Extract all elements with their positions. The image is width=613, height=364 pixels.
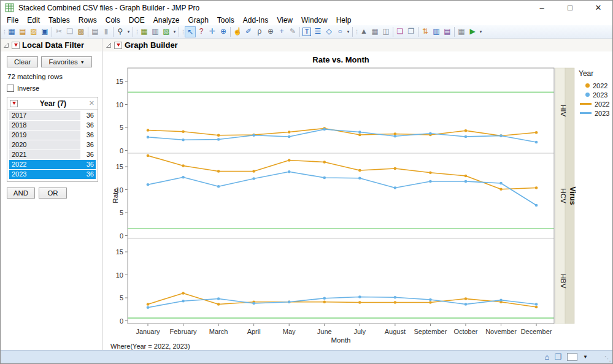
data-point-2023[interactable] — [288, 135, 291, 138]
data-point-2023[interactable] — [394, 296, 397, 299]
columns-icon[interactable]: ▥ — [150, 26, 161, 37]
data-point-2023[interactable] — [323, 128, 326, 131]
toolbar-grip[interactable]: ⋮ — [134, 29, 139, 35]
globe-tool-icon[interactable]: ⊕ — [218, 26, 229, 37]
data-point-2023[interactable] — [323, 297, 326, 300]
close-button[interactable]: ✕ — [584, 1, 612, 15]
menu-graph[interactable]: Graph — [183, 16, 212, 25]
menu-file[interactable]: File — [2, 16, 23, 25]
data-point-2022[interactable] — [217, 134, 220, 137]
filter-level-2019[interactable]: 201936 — [9, 131, 96, 140]
red-triangle-menu-icon[interactable] — [10, 100, 18, 107]
data-point-2022[interactable] — [217, 303, 220, 306]
menu-add-ins[interactable]: Add-Ins — [239, 16, 272, 25]
disclosure-triangle-icon[interactable] — [3, 42, 9, 48]
data-point-2023[interactable] — [394, 186, 397, 189]
overflow-caret-icon[interactable]: ▾ — [126, 29, 131, 34]
menu-analyze[interactable]: Analyze — [149, 16, 184, 25]
data-point-2023[interactable] — [535, 204, 538, 207]
cut-icon[interactable]: ✂ — [53, 26, 64, 37]
data-point-2023[interactable] — [147, 306, 150, 309]
data-point-2022[interactable] — [429, 301, 432, 304]
data-point-2022[interactable] — [358, 169, 361, 172]
data-point-2022[interactable] — [535, 186, 538, 189]
data-point-2022[interactable] — [323, 161, 326, 164]
menu-edit[interactable]: Edit — [23, 16, 44, 25]
status-box[interactable] — [567, 353, 577, 361]
journal-icon[interactable]: ▤ — [90, 26, 101, 37]
data-point-2023[interactable] — [429, 132, 432, 135]
red-triangle-menu-icon[interactable] — [12, 42, 20, 49]
preview-icon[interactable]: ❏ — [395, 26, 406, 37]
toolbar-grip[interactable]: ⋮ — [2, 29, 6, 35]
menu-doe[interactable]: DOE — [125, 16, 149, 25]
arrow-tool-icon[interactable]: ↖ — [185, 26, 196, 37]
data-point-2023[interactable] — [499, 182, 503, 185]
line-tool-icon[interactable]: ☰ — [312, 26, 323, 37]
data-point-2022[interactable] — [147, 303, 150, 306]
data-point-2023[interactable] — [499, 298, 503, 301]
menu-cols[interactable]: Cols — [101, 16, 125, 25]
data-point-2023[interactable] — [358, 295, 361, 298]
and-button[interactable]: AND — [7, 188, 35, 199]
favorites-button[interactable]: Favorites▼ — [41, 56, 91, 67]
graph-panel-icon[interactable]: ◫ — [380, 26, 391, 37]
data-point-2023[interactable] — [465, 180, 468, 183]
add-rows-icon[interactable]: ▧ — [161, 26, 172, 37]
inverse-checkbox[interactable] — [7, 85, 14, 92]
data-point-2023[interactable] — [535, 141, 538, 144]
toolbar-grip[interactable]: ⋮ — [354, 29, 358, 35]
data-point-2023[interactable] — [465, 135, 468, 138]
data-point-2023[interactable] — [394, 135, 397, 138]
data-point-2022[interactable] — [217, 170, 220, 173]
lock-icon[interactable]: ▮ — [101, 26, 112, 37]
data-point-2023[interactable] — [182, 176, 185, 179]
home-icon[interactable]: ⌂ — [545, 353, 550, 362]
graph-canvas[interactable]: Rate vs. MonthVirus051015HIV051015HCV051… — [103, 39, 612, 350]
maximize-button[interactable]: □ — [556, 1, 584, 15]
data-point-2022[interactable] — [182, 164, 185, 167]
data-point-2023[interactable] — [182, 300, 185, 303]
data-point-2022[interactable] — [147, 129, 150, 132]
plot-background[interactable] — [128, 68, 554, 324]
or-button[interactable]: OR — [39, 188, 67, 199]
data-point-2022[interactable] — [499, 188, 503, 191]
data-point-2022[interactable] — [288, 131, 291, 134]
run-script-icon[interactable]: ▶ — [467, 26, 478, 37]
filter-level-2023[interactable]: 202336 — [9, 170, 96, 179]
minimize-button[interactable]: – — [528, 1, 556, 15]
status-caret-icon[interactable]: ▼ — [583, 354, 588, 360]
data-point-2023[interactable] — [217, 138, 220, 141]
crosshair-tool-icon[interactable]: + — [276, 26, 287, 37]
lasso-tool-icon[interactable]: ρ — [254, 26, 265, 37]
overflow-caret-icon[interactable]: ▾ — [478, 29, 484, 34]
menu-rows[interactable]: Rows — [74, 16, 101, 25]
data-point-2023[interactable] — [147, 135, 150, 138]
save-icon[interactable]: ▣ — [39, 26, 50, 37]
legend-entry-2023[interactable]: 2023 — [579, 108, 609, 118]
brush-tool-icon[interactable]: ✐ — [243, 26, 254, 37]
recalc-icon[interactable]: ▦ — [456, 26, 467, 37]
red-triangle-menu-icon[interactable] — [114, 42, 122, 49]
column-switcher-icon[interactable]: ⇅ — [420, 26, 431, 37]
zoom-tool-icon[interactable]: ⊕ — [265, 26, 276, 37]
data-point-2023[interactable] — [182, 138, 185, 142]
search-icon[interactable]: ⚲ — [115, 26, 126, 37]
close-icon[interactable]: ✕ — [88, 99, 95, 107]
new-journal-icon[interactable]: ▤ — [17, 26, 28, 37]
data-point-2022[interactable] — [465, 175, 468, 178]
data-point-2022[interactable] — [535, 131, 538, 134]
oval-tool-icon[interactable]: ○ — [334, 26, 345, 37]
grid-icon[interactable]: ▦ — [369, 26, 380, 37]
data-point-2023[interactable] — [288, 170, 291, 173]
data-point-2023[interactable] — [217, 297, 220, 300]
data-point-2023[interactable] — [358, 131, 361, 134]
data-filter-icon[interactable]: ▥ — [431, 26, 442, 37]
data-point-2023[interactable] — [252, 177, 255, 180]
filter-level-2017[interactable]: 201736 — [9, 111, 96, 120]
data-point-2023[interactable] — [252, 302, 255, 305]
data-point-2022[interactable] — [358, 301, 361, 304]
data-point-2022[interactable] — [288, 159, 291, 162]
data-point-2023[interactable] — [499, 134, 503, 137]
paste-icon[interactable]: ▩ — [75, 26, 87, 37]
